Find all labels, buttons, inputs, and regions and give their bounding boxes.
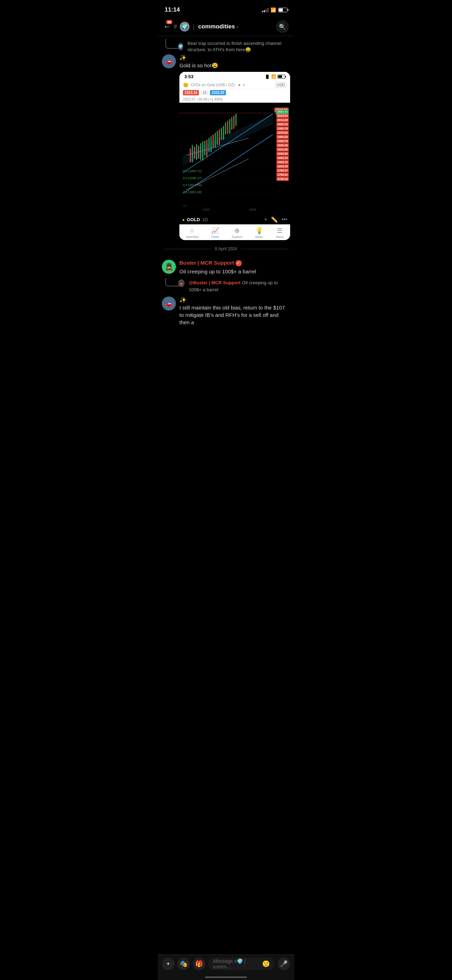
ideas-icon: 💡 [255, 227, 263, 234]
svg-line-9 [186, 159, 249, 190]
status-icons: 📶 [262, 7, 287, 13]
svg-rect-30 [231, 118, 232, 130]
svg-rect-31 [233, 116, 234, 129]
phone-time: 3:53 [184, 74, 193, 79]
buster-message-content: Buster | MCR Support ✓ Oil creeping up t… [180, 260, 290, 275]
nav-item-chart[interactable]: 📈 Chart [211, 227, 219, 239]
channel-header: ← 99 # 🌍 | commodities › 🔍 [158, 18, 294, 36]
date-divider: 8 April 2024 [158, 242, 294, 256]
channel-name[interactable]: commodities › [198, 23, 273, 30]
explore-icon: ⊕ [234, 227, 240, 234]
chart-price-row: 2323.10 15 2323.25 [180, 89, 290, 97]
gold-timeframe: 1D [202, 217, 208, 222]
chart-symbol-name: CFDs on Gold (US$ / OZ) [191, 83, 235, 87]
phone-signal-icon: ▐▌ [265, 75, 270, 78]
status-bar: 11:14 📶 [158, 0, 294, 18]
buster-reply-thread: 💂 @Buster | MCR Support Oil creeping up … [158, 277, 294, 293]
phone-status-icons: ▐▌ 📶 [265, 74, 285, 79]
phone-wifi-icon: 📶 [271, 74, 276, 79]
notification-badge: 99 [166, 20, 172, 24]
watchlist-label: Watchlist [186, 235, 198, 239]
phone-status-bar: 3:53 ▐▌ 📶 [180, 72, 290, 81]
phone-battery-icon [277, 75, 285, 78]
price-tag-red: 2323.10 [183, 90, 199, 95]
status-time: 11:14 [165, 6, 180, 13]
reply-buster-avatar: 💂 [178, 279, 185, 287]
buster-username: Buster | MCR Support [180, 260, 234, 266]
phone-nav-items: ☆ Watchlist 📈 Chart ⊕ Explore 💡 [180, 227, 290, 239]
channel-avatar: 🌍 [180, 22, 189, 32]
svg-rect-28 [227, 121, 228, 134]
explore-label: Explore [232, 235, 243, 239]
verified-badge: ✓ [236, 260, 242, 266]
timeframe-tag: 15 [201, 91, 208, 95]
search-button[interactable]: 🔍 [276, 20, 289, 33]
message-text: Gold is so hot😩 [180, 62, 290, 69]
reply-avatar-small: 🌍 [178, 43, 183, 51]
sparkle-icon: ✨ [180, 54, 186, 61]
nav-item-menu[interactable]: ☰ Menu [276, 227, 284, 239]
date-line-left [163, 249, 211, 249]
date-line-right [241, 249, 289, 249]
ideas-label: Ideas [255, 235, 263, 239]
car-message-text: I still maintain this old bias, return t… [180, 304, 290, 326]
phone-bottom-nav: ☆ Watchlist 📈 Chart ⊕ Explore 💡 [180, 224, 290, 240]
nav-item-watchlist[interactable]: ☆ Watchlist [186, 227, 198, 239]
add-icon[interactable]: + [264, 216, 267, 223]
menu-label: Menu [276, 235, 284, 239]
reply-preview-text: Bear trap occurred to finish ascending c… [188, 40, 290, 53]
chart-label: Chart [211, 235, 219, 239]
chart-screenshot[interactable]: 3:53 ▐▌ 📶 😊 CFDs on Gold (US$ / OZ) ● ≡ [180, 72, 290, 240]
reply-thread-container: 🌍 Bear trap occurred to finish ascending… [158, 36, 294, 53]
buster-avatar: 💂 [162, 260, 176, 274]
gold-nav-icons: + ✏️ ••• [264, 216, 287, 223]
back-button[interactable]: ← 99 [163, 22, 171, 31]
chart-svg: TV [180, 103, 290, 215]
chart-date-labels: 2022 2024 [183, 208, 276, 212]
svg-rect-27 [225, 123, 226, 135]
svg-rect-32 [236, 114, 237, 126]
sparkle-icon-2: ✨ [180, 296, 186, 303]
pencil-icon[interactable]: ✏️ [271, 216, 278, 223]
chart-header: 😊 CFDs on Gold (US$ / OZ) ● ≡ USD [180, 81, 290, 89]
nav-item-explore[interactable]: ⊕ Explore [232, 227, 243, 239]
chart-area: 2323.07 02:06:27 2021.71 2018.33 2012.35… [180, 103, 290, 215]
price-tag-blue: 2323.25 [210, 90, 226, 95]
reply-author-tag: @Buster | MCR Support [189, 280, 241, 285]
date-2024: 2024 [249, 208, 256, 212]
watchlist-icon: ☆ [189, 227, 195, 234]
gold-dot-icon: ● [182, 217, 185, 222]
svg-rect-29 [229, 119, 230, 134]
avatar: 🚗 [162, 54, 176, 68]
search-icon: 🔍 [279, 24, 286, 30]
separator: | [193, 23, 195, 30]
more-icon[interactable]: ••• [282, 216, 287, 223]
indicator-dot: ● [238, 83, 241, 87]
date-text: 8 April 2024 [215, 247, 237, 251]
reply-curve-buster [166, 278, 180, 286]
message-row: 🚗 ✨ Gold is so hot😩 3:53 ▐▌ 📶 [158, 53, 294, 242]
car-avatar: 🚗 [162, 296, 176, 310]
hash-icon: # [174, 24, 177, 30]
buster-message-text: Oil creeping up to 100$+ a barrel [180, 268, 290, 275]
car-message-content: ✨ I still maintain this old bias, return… [180, 296, 290, 326]
reply-curve-line [166, 39, 180, 49]
car-user-message: 🚗 ✨ I still maintain this old bias, retu… [158, 295, 294, 328]
chart-price-detail: 2323.07 +34.09 (+1.49%) [180, 97, 290, 103]
wifi-icon: 📶 [271, 7, 276, 13]
nav-item-ideas[interactable]: 💡 Ideas [255, 227, 263, 239]
gold-chart-header: ● GOLD 1D + ✏️ ••• [180, 215, 290, 224]
signal-icon [262, 7, 268, 12]
main-price: 2323.07 [183, 97, 196, 101]
gold-symbol: GOLD [187, 217, 200, 222]
indicator-bar: ≡ [243, 83, 245, 87]
chevron-icon: › [237, 24, 238, 29]
svg-text:TV: TV [183, 205, 187, 208]
date-2022: 2022 [202, 208, 210, 212]
message-content: ✨ Gold is so hot😩 3:53 ▐▌ 📶 [180, 54, 290, 240]
currency-select[interactable]: USD [275, 82, 286, 88]
menu-icon: ☰ [277, 227, 282, 234]
price-change: +34.09 (+1.49%) [197, 97, 223, 101]
buster-message-row: 💂 Buster | MCR Support ✓ Oil creeping up… [158, 258, 294, 277]
chart-icon: 📈 [211, 227, 219, 234]
